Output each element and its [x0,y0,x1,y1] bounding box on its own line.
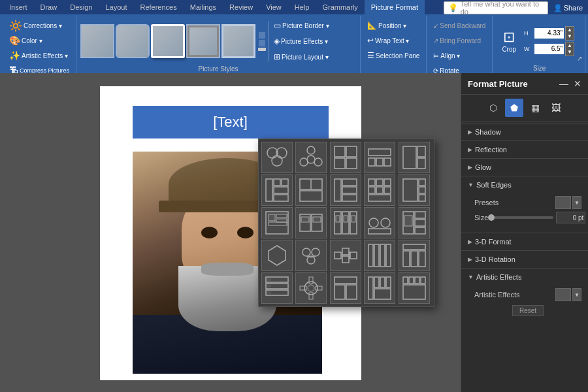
svg-rect-107 [415,277,419,284]
soft-edges-arrow: ▼ [468,182,474,188]
style-thumb-4[interactable] [186,24,220,58]
color-button[interactable]: 🎨Color ▾ [7,33,45,48]
artistic-effects-swatch[interactable] [555,288,571,301]
height-spinner-controls[interactable]: ▲ ▼ [565,26,574,41]
svg-rect-21 [274,187,288,193]
tab-picture-format[interactable]: Picture Format [365,0,425,14]
tab-mailings[interactable]: Mailings [184,0,223,14]
crop-button[interactable]: ⊡ Crop [497,26,521,56]
tab-view[interactable]: View [259,0,288,14]
tab-draw[interactable]: Draw [34,0,64,14]
svg-rect-27 [342,179,357,186]
picture-border-button[interactable]: ▭Picture Border ▾ [271,18,332,33]
svg-rect-96 [316,286,322,290]
wrap-text-button[interactable]: ↩Wrap Text ▾ [365,33,412,48]
layout-item-11[interactable] [261,207,293,238]
layout-item-6[interactable] [261,174,293,206]
tab-layout[interactable]: Layout [99,0,133,14]
style-thumb-3[interactable] [151,24,185,58]
style-thumb-2[interactable] [116,24,150,58]
artistic-effects-header[interactable]: ▼ Artistic Effects [461,270,588,284]
corrections-button[interactable]: 🔆Corrections ▾ [7,18,65,33]
share-button[interactable]: 👤 Share [553,4,583,12]
styles-dropdown-button[interactable] [257,32,267,51]
soft-edges-section: ▼ Soft Edges Presets ▼ Size 0 pt [461,178,588,231]
style-thumb-1[interactable] [80,24,114,58]
layout-item-22[interactable] [295,272,327,304]
size-expand-icon[interactable]: ↗ [577,55,582,62]
layout-item-21[interactable] [261,272,293,304]
presets-swatch[interactable] [555,196,571,209]
svg-rect-36 [368,195,391,201]
tab-grammarly[interactable]: Grammarly [316,0,364,14]
send-backward-button[interactable]: ↙Send Backward [431,18,488,33]
layout-item-1[interactable] [261,142,293,173]
effects-icon-btn[interactable]: ⬟ [505,99,523,117]
layout-item-14[interactable] [364,207,395,238]
svg-rect-98 [335,285,345,299]
layout-item-13[interactable] [330,207,361,238]
height-input[interactable] [534,28,564,39]
ribbon-group-size: ⊡ Crop H ▲ ▼ W [493,16,585,73]
svg-rect-26 [335,179,341,201]
3d-rotation-header[interactable]: ▶ 3-D Rotation [461,252,588,267]
format-panel-collapse[interactable]: — [559,78,568,89]
position-button[interactable]: 📐Position ▾ [365,18,409,33]
person-icon: 👤 [553,4,563,12]
layout-item-20[interactable] [399,240,430,271]
bring-forward-button[interactable]: ↗Bring Forward [431,33,483,48]
layout-item-10[interactable] [399,174,430,206]
format-panel-close[interactable]: ✕ [574,78,581,89]
shadow-header[interactable]: ▶ Shadow [461,125,588,139]
reset-button[interactable]: Reset [512,305,544,316]
layout-item-8[interactable] [330,174,361,206]
text-box[interactable]: [Text] [133,106,329,139]
width-spinner-controls[interactable]: ▲ ▼ [565,42,574,56]
glow-header[interactable]: ▶ Glow [461,160,588,174]
tell-me-input[interactable]: 💡 Tell me what you want to do [444,1,548,14]
panel-divider-6 [461,250,588,251]
layout-item-7[interactable] [295,174,327,206]
picture-effects-button[interactable]: ◈Picture Effects ▾ [271,34,332,48]
layout-position-icon-btn[interactable]: ▦ [526,99,544,117]
svg-rect-35 [384,187,391,193]
width-input[interactable] [534,44,564,54]
layout-item-4[interactable] [364,142,395,173]
tab-review[interactable]: Review [223,0,259,14]
reflection-header[interactable]: ▶ Reflection [461,142,588,157]
tab-help[interactable]: Help [288,0,316,14]
layout-item-23[interactable] [330,272,361,304]
align-button[interactable]: ⊨Align ▾ [431,48,463,63]
layout-item-25[interactable] [399,272,430,304]
layout-item-9[interactable] [364,174,395,206]
presets-dropdown[interactable]: ▼ [572,196,581,209]
layout-item-12[interactable] [295,207,327,238]
svg-rect-83 [411,251,417,267]
3d-format-header[interactable]: ▶ 3-D Format [461,235,588,249]
layout-item-17[interactable] [295,240,327,271]
size-value[interactable]: 0 pt [556,212,585,223]
svg-rect-16 [417,146,425,157]
selection-pane-button[interactable]: ☰Selection Pane [365,48,422,63]
artistic-effects-dropdown[interactable]: ▼ [572,288,581,301]
tab-references[interactable]: References [133,0,183,14]
tab-insert[interactable]: Insert [3,0,34,14]
picture-layout-button[interactable]: ⊞Picture Layout ▾ [271,50,332,64]
artistic-effects-button[interactable]: ✨Artistic Effects ▾ [7,48,71,63]
style-thumb-5[interactable] [221,24,255,58]
soft-edges-size-slider[interactable] [488,216,553,219]
soft-edges-header[interactable]: ▼ Soft Edges [461,178,588,192]
layout-item-15[interactable] [399,207,430,238]
svg-rect-39 [419,187,425,193]
tab-design[interactable]: Design [63,0,99,14]
layout-item-5[interactable] [399,142,430,173]
layout-item-18[interactable] [330,240,361,271]
fill-effects-icon-btn[interactable]: ⬡ [484,99,502,117]
layout-item-19[interactable] [364,240,395,271]
layout-item-16[interactable] [261,240,293,271]
layout-item-3[interactable] [330,142,361,173]
layout-item-24[interactable] [364,272,395,304]
artistic-effects-section: ▼ Artistic Effects Artistic Effects ▼ Re… [461,270,588,321]
picture-icon-btn[interactable]: 🖼 [547,99,565,117]
layout-item-2[interactable] [295,142,327,173]
